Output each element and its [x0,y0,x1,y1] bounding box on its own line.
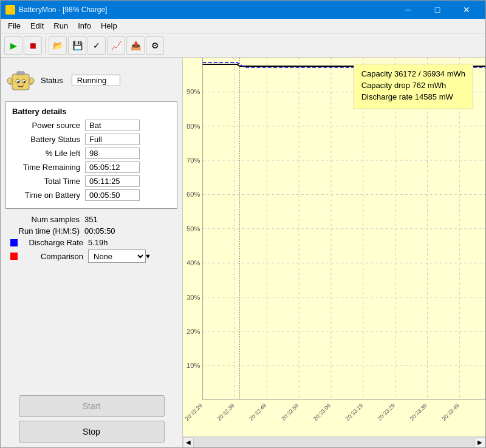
detail-row-time-remaining: Time Remaining 05:05:12 [12,161,171,173]
action-buttons: Start Stop [5,390,177,443]
battery-mascot [5,65,36,95]
detail-row-total-time: Total Time 05:11:25 [12,175,171,187]
chart-svg: 90% 80% 70% 60% 50% 40% 30% 20% 10% 20:3… [183,58,485,436]
detail-label-time-remaining: Time Remaining [12,163,85,172]
svg-text:80%: 80% [187,123,200,130]
start-button[interactable]: Start [19,395,165,417]
comparison-row: Comparison None Compare 1 Compare 2 ▼ [5,249,177,263]
toolbar-play-button[interactable]: ▶ [4,36,22,55]
svg-text:70%: 70% [187,157,200,164]
toolbar-export-button[interactable]: 📤 [126,36,145,55]
mascot-svg [6,66,35,95]
detail-value-battery-status: Full [85,134,140,145]
save-icon: 💾 [72,41,83,50]
chart-area: Capacity 36172 / 36934 mWh Capacity drop… [183,58,485,436]
svg-text:30%: 30% [187,294,200,301]
chart-tooltip: Capacity 36172 / 36934 mWh Capacity drop… [354,64,473,109]
title-bar-controls: ─ □ ✕ [394,3,481,16]
comparison-color-indicator [10,253,18,260]
svg-text:50%: 50% [187,225,200,232]
close-button[interactable]: ✕ [453,3,481,16]
stat-row-num-samples: Num samples 351 [5,215,177,224]
detail-row-time-on-battery: Time on Battery 00:05:50 [12,189,171,201]
chart-wrapper: Capacity 36172 / 36934 mWh Capacity drop… [183,58,485,447]
svg-rect-0 [12,74,29,90]
detail-row-life-left: % Life left 98 [12,148,171,159]
discharge-color-indicator [10,239,18,246]
tooltip-drop: Capacity drop 762 mWh [361,81,465,90]
stat-label-comparison: Comparison [21,252,88,261]
menu-run[interactable]: Run [49,20,73,32]
menu-info[interactable]: Info [73,20,96,32]
comparison-dropdown[interactable]: None Compare 1 Compare 2 [88,249,146,263]
scroll-right-button[interactable]: ▶ [474,437,485,448]
app-icon: ⚡ [5,5,15,15]
battery-details-box: Battery details Power source Bat Battery… [5,101,177,209]
svg-text:60%: 60% [187,191,200,199]
detail-label-battery-status: Battery Status [12,135,85,144]
detail-row-battery-status: Battery Status Full [12,134,171,145]
detail-value-time-remaining: 05:05:12 [85,161,140,173]
graph-icon: 📈 [111,41,122,50]
toolbar-check-button[interactable]: ✓ [87,36,106,55]
discharge-rate-row: Discharge Rate 5.19h [5,238,177,247]
status-field: Status Running [41,75,120,86]
minimize-button[interactable]: ─ [394,3,422,16]
menu-bar: File Edit Run Info Help [1,19,485,33]
status-row: Status Running [5,63,177,98]
svg-text:20%: 20% [187,328,200,335]
chart-scrollbar: ◀ ▶ [183,436,485,447]
toolbar: ▶ ⏹ 📂 💾 ✓ 📈 📤 ⚙ [1,33,485,58]
svg-rect-1 [17,72,24,75]
options-icon: ⚙ [151,41,159,50]
svg-point-4 [18,81,19,83]
toolbar-graph-button[interactable]: 📈 [107,36,125,55]
menu-edit[interactable]: Edit [26,20,49,32]
toolbar-open-button[interactable]: 📂 [49,36,67,55]
stat-label-discharge-rate: Discharge Rate [21,238,88,247]
title-bar: ⚡ BatteryMon - [98% Charge] ─ □ ✕ [1,1,485,19]
svg-point-5 [24,81,26,83]
toolbar-save-button[interactable]: 💾 [68,36,86,55]
stat-label-num-samples: Num samples [5,215,84,224]
menu-help[interactable]: Help [96,20,122,32]
detail-value-life-left: 98 [85,148,140,159]
scroll-track[interactable] [194,437,474,448]
detail-label-power-source: Power source [12,121,85,130]
detail-value-total-time: 05:11:25 [85,175,140,187]
svg-rect-8 [183,58,485,436]
stat-label-run-time: Run time (H:M:S) [5,226,84,236]
stats-section: Num samples 351 Run time (H:M:S) 00:05:5… [5,212,177,268]
scroll-left-button[interactable]: ◀ [183,437,194,448]
play-icon: ▶ [10,41,17,50]
menu-file[interactable]: File [3,20,26,32]
stop-button[interactable]: Stop [19,421,165,443]
toolbar-stop-button[interactable]: ⏹ [24,36,42,55]
toolbar-separator-1 [45,38,46,53]
main-content: Status Running Battery details Power sou… [1,58,485,447]
check-icon: ✓ [93,41,100,50]
svg-text:10%: 10% [187,362,200,369]
open-icon: 📂 [53,41,63,50]
detail-value-time-on-battery: 00:05:50 [85,189,140,201]
detail-value-power-source: Bat [85,120,140,131]
tooltip-capacity: Capacity 36172 / 36934 mWh [361,69,465,78]
title-bar-left: ⚡ BatteryMon - [98% Charge] [5,5,107,15]
stat-value-discharge-rate: 5.19h [88,238,108,247]
toolbar-options-button[interactable]: ⚙ [146,36,164,55]
stat-value-run-time: 00:05:50 [84,226,115,236]
detail-row-power-source: Power source Bat [12,120,171,131]
status-label: Status [41,76,63,85]
detail-label-total-time: Total Time [12,177,85,186]
maximize-button[interactable]: □ [423,3,451,16]
stat-value-num-samples: 351 [84,215,98,224]
svg-text:40%: 40% [187,259,200,266]
stat-row-run-time: Run time (H:M:S) 00:05:50 [5,226,177,236]
svg-point-7 [29,78,34,84]
tooltip-discharge: Discharge rate 14585 mW [361,92,465,101]
detail-label-time-on-battery: Time on Battery [12,191,85,200]
stop-icon: ⏹ [29,41,37,50]
detail-label-life-left: % Life left [12,149,85,158]
main-window: ⚡ BatteryMon - [98% Charge] ─ □ ✕ File E… [0,0,486,448]
left-panel: Status Running Battery details Power sou… [1,58,183,447]
